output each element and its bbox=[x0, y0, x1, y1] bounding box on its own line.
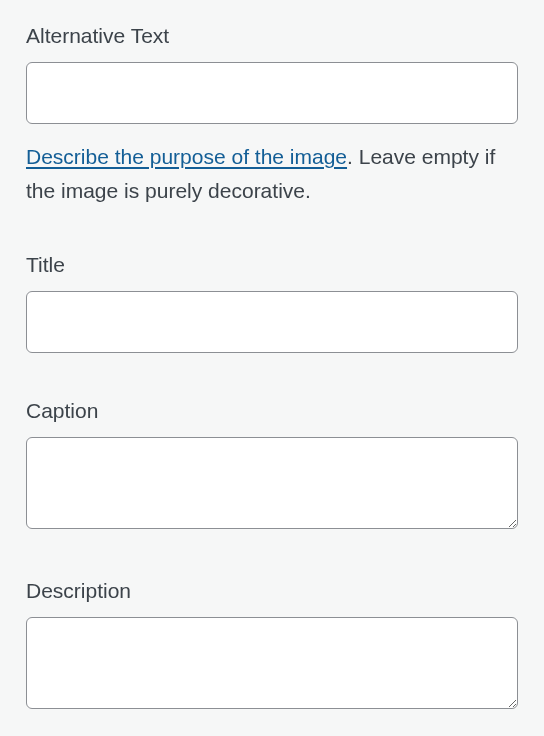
title-field-group: Title bbox=[26, 253, 518, 353]
alt-text-label: Alternative Text bbox=[26, 24, 518, 48]
attachment-details-panel: Alternative Text Describe the purpose of… bbox=[0, 0, 544, 736]
description-field-group: Description bbox=[26, 579, 518, 713]
title-label: Title bbox=[26, 253, 518, 277]
alt-text-help-link[interactable]: Describe the purpose of the image bbox=[26, 145, 347, 168]
description-label: Description bbox=[26, 579, 518, 603]
caption-label: Caption bbox=[26, 399, 518, 423]
caption-input[interactable] bbox=[26, 437, 518, 529]
alt-text-field-group: Alternative Text Describe the purpose of… bbox=[26, 24, 518, 207]
caption-field-group: Caption bbox=[26, 399, 518, 533]
alt-text-input[interactable] bbox=[26, 62, 518, 124]
description-input[interactable] bbox=[26, 617, 518, 709]
title-input[interactable] bbox=[26, 291, 518, 353]
alt-text-help: Describe the purpose of the image. Leave… bbox=[26, 140, 518, 207]
